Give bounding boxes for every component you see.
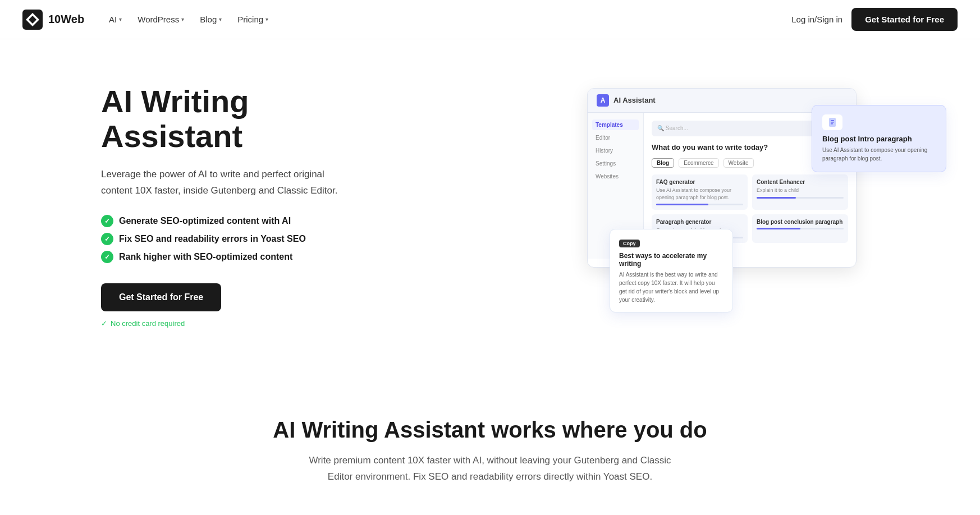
mockup-tab-website: Website <box>723 158 754 168</box>
check-icon-1: ✓ <box>101 215 113 227</box>
mockup-tab-blog: Blog <box>652 158 674 168</box>
section2-title: AI Writing Assistant works where you do <box>22 417 958 443</box>
logo[interactable]: 10Web <box>22 10 84 30</box>
hero-content: AI Writing Assistant Leverage the power … <box>101 84 393 328</box>
nav-blog-label: Blog <box>200 15 217 24</box>
section2: AI Writing Assistant works where you do … <box>0 373 980 515</box>
hero-image: A AI Assistant Templates Editor History … <box>587 88 913 324</box>
sidebar-item-templates: Templates <box>592 119 639 130</box>
mockup-tab-ecommerce: Ecommerce <box>679 158 718 168</box>
svg-rect-2 <box>831 120 834 121</box>
floating-card-writing-title: Best ways to accelerate my writing <box>619 252 723 268</box>
mockup-card-conclusion: Blog post conclusion paragraph <box>752 214 848 243</box>
chevron-down-icon: ▾ <box>265 16 268 22</box>
nav-item-wordpress[interactable]: WordPress ▾ <box>131 10 191 29</box>
nav-item-blog[interactable]: Blog ▾ <box>193 10 228 29</box>
no-cc-text: No credit card required <box>111 319 185 328</box>
svg-rect-4 <box>831 123 833 125</box>
mockup-card-content-enhancer: Content Enhancer Explain it to a child <box>752 174 848 210</box>
mockup-card-faq: FAQ generator Use AI Assistant to compos… <box>652 174 748 210</box>
floating-card-blog-title: Blog post Intro paragraph <box>822 135 936 143</box>
logo-icon <box>22 10 43 30</box>
chevron-down-icon: ▾ <box>219 16 222 22</box>
feature-label-3: Rank higher with SEO-optimized content <box>119 252 292 262</box>
nav-wp-label: WordPress <box>138 15 179 24</box>
feature-item-2: ✓ Fix SEO and readability errors in Yoas… <box>101 233 393 245</box>
check-small-icon: ✓ <box>101 319 107 328</box>
check-icon-3: ✓ <box>101 251 113 263</box>
card-ce-text: Explain it to a child <box>757 187 844 194</box>
card-ce-bar <box>757 197 844 199</box>
mockup-topbar-title: AI Assistant <box>613 96 656 104</box>
nav-cta-button[interactable]: Get Started for Free <box>851 8 958 31</box>
nav-left: 10Web AI ▾ WordPress ▾ Blog ▾ Pricing ▾ <box>22 10 275 30</box>
card-faq-bar <box>656 204 743 205</box>
copy-button[interactable]: Copy <box>619 240 640 247</box>
feature-item-1: ✓ Generate SEO-optimized content with AI <box>101 215 393 227</box>
sidebar-item-history: History <box>592 145 639 156</box>
card-faq-text: Use AI Assistant to compose your opening… <box>656 187 743 201</box>
nav-pricing-label: Pricing <box>237 15 263 24</box>
feature-list: ✓ Generate SEO-optimized content with AI… <box>101 215 393 263</box>
feature-label-1: Generate SEO-optimized content with AI <box>119 216 291 226</box>
hero-cta-button[interactable]: Get Started for Free <box>101 283 221 311</box>
feature-label-2: Fix SEO and readability errors in Yoast … <box>119 234 306 244</box>
floating-card-writing-text: AI Assistant is the best way to write an… <box>619 270 723 304</box>
floating-card-blog-text: Use AI Assistant to compose your opening… <box>822 146 936 163</box>
floating-card-blog-intro: Blog post Intro paragraph Use AI Assista… <box>812 105 946 172</box>
brand-name: 10Web <box>48 13 84 26</box>
nav-menu: AI ▾ WordPress ▾ Blog ▾ Pricing ▾ <box>102 10 275 29</box>
hero-description: Leverage the power of AI to write and pe… <box>101 167 348 199</box>
no-cc-notice: ✓ No credit card required <box>101 319 393 328</box>
chevron-down-icon: ▾ <box>119 16 122 22</box>
sidebar-item-settings: Settings <box>592 158 639 169</box>
card-faq-title: FAQ generator <box>656 179 743 185</box>
card-pg-title: Paragraph generator <box>656 219 743 225</box>
card-ce-bar-fill <box>757 197 796 199</box>
card-faq-bar-fill <box>656 204 708 205</box>
hero-title: AI Writing Assistant <box>101 84 393 153</box>
sidebar-item-websites: Websites <box>592 171 639 182</box>
svg-rect-3 <box>831 122 834 123</box>
navbar: 10Web AI ▾ WordPress ▾ Blog ▾ Pricing ▾ … <box>0 0 980 39</box>
nav-item-ai[interactable]: AI ▾ <box>102 10 129 29</box>
nav-item-pricing[interactable]: Pricing ▾ <box>231 10 275 29</box>
document-icon <box>822 114 842 130</box>
floating-card-writing: Copy Best ways to accelerate my writing … <box>610 229 733 312</box>
nav-right: Log in/Sign in Get Started for Free <box>791 8 958 31</box>
card-cl-bar-fill <box>757 228 800 229</box>
section2-subtitle: Write premium content 10X faster with AI… <box>299 453 681 485</box>
card-cl-title: Blog post conclusion paragraph <box>757 219 844 225</box>
card-ce-title: Content Enhancer <box>757 179 844 185</box>
feature-item-3: ✓ Rank higher with SEO-optimized content <box>101 251 393 263</box>
hero-section: AI Writing Assistant Leverage the power … <box>0 39 980 373</box>
sidebar-item-editor: Editor <box>592 132 639 143</box>
check-icon-2: ✓ <box>101 233 113 245</box>
card-cl-bar <box>757 228 844 229</box>
chevron-down-icon: ▾ <box>181 16 184 22</box>
ai-assistant-icon: A <box>597 94 609 107</box>
nav-ai-label: AI <box>109 15 117 24</box>
login-link[interactable]: Log in/Sign in <box>791 15 842 24</box>
